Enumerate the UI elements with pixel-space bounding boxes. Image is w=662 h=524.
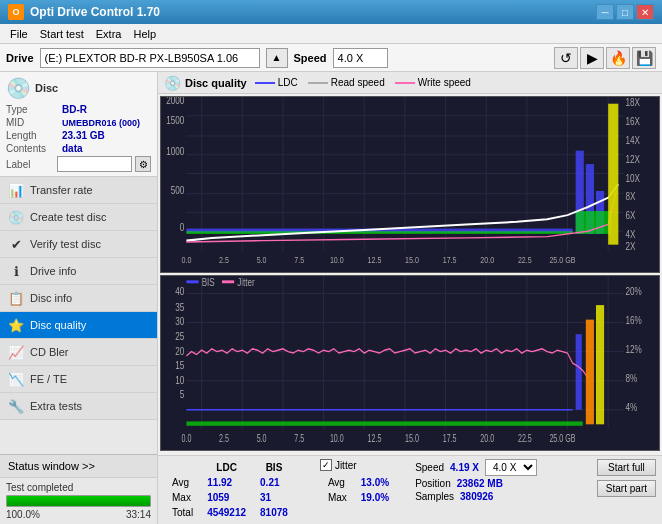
disc-label-button[interactable]: ⚙ (135, 156, 151, 172)
sidebar-item-extra-tests[interactable]: 🔧 Extra tests (0, 393, 157, 420)
sidebar-item-drive-info-label: Drive info (30, 265, 76, 277)
sidebar-item-fe-te[interactable]: 📉 FE / TE (0, 366, 157, 393)
svg-text:4X: 4X (625, 228, 635, 240)
stats-avg-bis: 0.21 (254, 476, 294, 489)
minimize-button[interactable]: ─ (596, 4, 614, 20)
legend-ldc: LDC (255, 77, 298, 88)
sidebar-item-disc-info-label: Disc info (30, 292, 72, 304)
svg-text:2.5: 2.5 (219, 254, 229, 265)
svg-text:10.0: 10.0 (330, 432, 344, 444)
sidebar-item-disc-info[interactable]: 📋 Disc info (0, 285, 157, 312)
svg-text:BIS: BIS (202, 276, 215, 288)
jitter-stats-table: Avg 13.0% Max 19.0% (320, 474, 397, 506)
app-icon: O (8, 4, 24, 20)
drive-toolbar: ↺ ▶ 🔥 💾 (554, 47, 656, 69)
menu-help[interactable]: Help (127, 27, 162, 41)
disc-label-input[interactable] (57, 156, 132, 172)
stats-row-total: Total 4549212 81078 (166, 506, 308, 519)
svg-text:15.0: 15.0 (405, 432, 419, 444)
svg-text:12.5: 12.5 (368, 254, 382, 265)
position-row: Position 23862 MB (415, 478, 537, 489)
svg-text:Jitter: Jitter (237, 276, 255, 288)
jitter-max-row: Max 19.0% (322, 491, 395, 504)
svg-text:15.0: 15.0 (405, 254, 419, 265)
svg-text:17.5: 17.5 (443, 254, 457, 265)
disc-type-row: Type BD-R (6, 104, 151, 115)
speed-dropdown[interactable]: 4.0 X (485, 459, 537, 476)
svg-text:5: 5 (180, 387, 185, 400)
stats-panel: LDC BIS Avg 11.92 0.21 Max 1059 31 Total… (158, 455, 662, 524)
sidebar-item-verify-test-disc-label: Verify test disc (30, 238, 101, 250)
svg-text:15: 15 (175, 358, 184, 371)
burn-button[interactable]: 🔥 (606, 47, 630, 69)
legend-write-speed-color (395, 82, 415, 84)
drive-eject-button[interactable]: ▲ (266, 48, 288, 68)
menu-extra[interactable]: Extra (90, 27, 128, 41)
refresh-button[interactable]: ↺ (554, 47, 578, 69)
svg-rect-39 (608, 104, 618, 245)
svg-text:8X: 8X (625, 190, 635, 202)
app-title: Opti Drive Control 1.70 (30, 5, 160, 19)
speed-label: Speed (294, 52, 327, 64)
legend-ldc-color (255, 82, 275, 84)
svg-text:2X: 2X (625, 240, 635, 252)
legend-read-speed-color (308, 82, 328, 84)
sidebar-item-cd-bler[interactable]: 📈 CD Bler (0, 339, 157, 366)
legend-write-speed: Write speed (395, 77, 471, 88)
maximize-button[interactable]: □ (616, 4, 634, 20)
disc-type-value: BD-R (62, 104, 87, 115)
speed-select[interactable]: 4.0 X (333, 48, 388, 68)
stats-header-bis: BIS (254, 461, 294, 474)
progress-time: 33:14 (126, 509, 151, 520)
svg-text:18X: 18X (625, 97, 640, 109)
jitter-max-label: Max (322, 491, 353, 504)
disc-quality-header-icon: 💿 (164, 75, 181, 91)
start-full-button[interactable]: Start full (597, 459, 656, 476)
disc-panel-title: Disc (35, 82, 58, 94)
sidebar-item-transfer-rate[interactable]: 📊 Transfer rate (0, 177, 157, 204)
stats-row-max: Max 1059 31 (166, 491, 308, 504)
stats-max-label: Max (166, 491, 199, 504)
legend-read-speed-label: Read speed (331, 77, 385, 88)
drive-select[interactable]: (E:) PLEXTOR BD-R PX-LB950SA 1.06 (40, 48, 260, 68)
speed-display-value: 4.19 X (450, 462, 479, 473)
svg-text:40: 40 (175, 284, 184, 297)
drive-label: Drive (6, 52, 34, 64)
disc-contents-row: Contents data (6, 143, 151, 154)
menu-start-test[interactable]: Start test (34, 27, 90, 41)
stats-total-bis: 81078 (254, 506, 294, 519)
disc-label-row: Label ⚙ (6, 156, 151, 172)
start-part-button[interactable]: Start part (597, 480, 656, 497)
test-status: Test completed (6, 482, 151, 493)
sidebar-item-disc-quality[interactable]: ⭐ Disc quality (0, 312, 157, 339)
sidebar-item-create-test-disc-label: Create test disc (30, 211, 106, 223)
svg-rect-52 (186, 280, 198, 283)
jitter-label: Jitter (335, 460, 357, 471)
close-button[interactable]: ✕ (636, 4, 654, 20)
sidebar-item-verify-test-disc[interactable]: ✔ Verify test disc (0, 231, 157, 258)
svg-text:500: 500 (171, 183, 185, 195)
menu-file[interactable]: File (4, 27, 34, 41)
svg-rect-85 (576, 334, 582, 410)
transfer-rate-icon: 📊 (8, 182, 24, 198)
status-window-button[interactable]: Status window >> (0, 454, 157, 477)
jitter-checkbox[interactable]: ✓ (320, 459, 332, 471)
test-button[interactable]: ▶ (580, 47, 604, 69)
samples-row: Samples 380926 (415, 491, 537, 502)
svg-text:20.0: 20.0 (480, 254, 494, 265)
sidebar-item-fe-te-label: FE / TE (30, 373, 67, 385)
progress-percent: 100.0% (6, 509, 40, 520)
drive-info-icon: ℹ (8, 263, 24, 279)
window-controls: ─ □ ✕ (596, 4, 654, 20)
bis-chart-svg: BIS Jitter (161, 276, 659, 451)
legend-write-speed-label: Write speed (418, 77, 471, 88)
svg-text:30: 30 (175, 315, 184, 328)
drive-value: (E:) PLEXTOR BD-R PX-LB950SA 1.06 (45, 52, 239, 64)
save-button[interactable]: 💾 (632, 47, 656, 69)
svg-text:1000: 1000 (166, 145, 184, 157)
start-buttons: Start full Start part (597, 459, 656, 497)
stats-max-ldc: 1059 (201, 491, 252, 504)
sidebar-item-create-test-disc[interactable]: 💿 Create test disc (0, 204, 157, 231)
sidebar-item-drive-info[interactable]: ℹ Drive info (0, 258, 157, 285)
charts-container: 2000 1500 1000 500 0 18X 16X 14X 12X 10X… (158, 94, 662, 455)
